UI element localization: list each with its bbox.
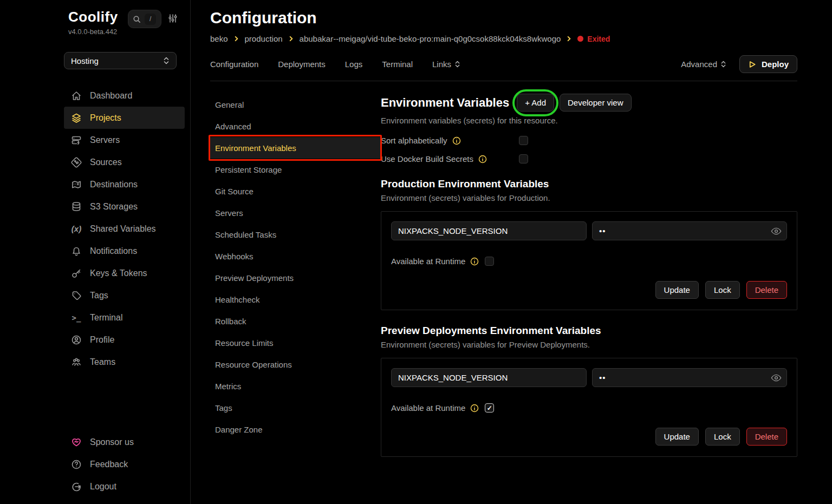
- subnav-item-resource-operations[interactable]: Resource Operations: [210, 354, 381, 375]
- subnav-item-git-source[interactable]: Git Source: [210, 180, 381, 202]
- subnav-item-servers[interactable]: Servers: [210, 202, 381, 224]
- search-hotkey: /: [145, 14, 156, 25]
- sidebar-item-notifications[interactable]: Notifications: [64, 240, 185, 262]
- deploy-button[interactable]: Deploy: [739, 55, 797, 73]
- sidebar-item-sponsor[interactable]: Sponsor us: [64, 431, 185, 453]
- sidebar-item-label: Terminal: [90, 313, 122, 323]
- sidebar-item-logout[interactable]: Logout: [64, 475, 185, 498]
- subnav-item-danger-zone[interactable]: Danger Zone: [210, 418, 381, 440]
- reveal-value-button[interactable]: [771, 374, 782, 382]
- toggle-label-wrap: Use Docker Build Secrets: [381, 154, 519, 163]
- lock-button[interactable]: Lock: [705, 281, 740, 299]
- help-circle-icon: [70, 459, 82, 470]
- runtime-checkbox[interactable]: [485, 257, 494, 266]
- tab-logs[interactable]: Logs: [345, 60, 363, 69]
- logo-block: Coolify v4.0.0-beta.442: [68, 9, 118, 36]
- var-value-input[interactable]: [592, 368, 787, 387]
- sidebar-item-s3-storages[interactable]: S3 Storages: [64, 195, 185, 218]
- search-icon: [133, 15, 141, 23]
- update-button[interactable]: Update: [655, 281, 699, 299]
- card-actions: Update Lock Delete: [391, 428, 787, 446]
- server-icon: [70, 134, 82, 146]
- subnav-item-general[interactable]: General: [210, 94, 381, 115]
- sidebar-item-projects[interactable]: Projects: [64, 107, 185, 129]
- runtime-label: Available at Runtime: [391, 257, 465, 266]
- sidebar-item-destinations[interactable]: Destinations: [64, 173, 185, 195]
- subnav-item-scheduled-tasks[interactable]: Scheduled Tasks: [210, 224, 381, 245]
- subnav-item-environment-variables[interactable]: Environment Variables: [210, 137, 381, 159]
- section-subtitle: Environment (secrets) variables for Prod…: [381, 193, 797, 202]
- delete-button[interactable]: Delete: [746, 281, 787, 299]
- sort-alphabetically-checkbox[interactable]: [519, 136, 528, 145]
- var-value-wrap: [592, 221, 787, 240]
- status-badge: Exited: [577, 35, 610, 43]
- developer-view-button[interactable]: Developer view: [560, 94, 632, 112]
- sidebar-item-keys-tokens[interactable]: Keys & Tokens: [64, 262, 185, 284]
- logout-icon: [70, 481, 82, 493]
- tab-deployments[interactable]: Deployments: [278, 60, 326, 69]
- var-value-input[interactable]: [592, 221, 787, 240]
- subnav-item-advanced[interactable]: Advanced: [210, 115, 381, 137]
- search-button[interactable]: /: [128, 10, 161, 28]
- toggle-docker-build-secrets: Use Docker Build Secrets: [381, 154, 797, 163]
- var-value-wrap: [592, 368, 787, 387]
- var-name-input[interactable]: [391, 221, 587, 240]
- subnav-item-preview-deployments[interactable]: Preview Deployments: [210, 267, 381, 289]
- var-name-input[interactable]: [391, 368, 587, 387]
- chevron-right-icon: [288, 35, 295, 42]
- config-subnav: General Advanced Environment Variables P…: [210, 94, 381, 457]
- advanced-label: Advanced: [681, 60, 717, 69]
- app-logo[interactable]: Coolify: [68, 9, 118, 25]
- breadcrumb-resource[interactable]: abubakar--meigag/vid-tube-beko-pro:main-…: [300, 34, 561, 43]
- sidebar-header: Coolify v4.0.0-beta.442 /: [64, 9, 185, 36]
- sidebar-item-terminal[interactable]: >_ Terminal: [64, 306, 185, 329]
- tab-links[interactable]: Links: [432, 60, 460, 69]
- git-fork-icon: [70, 156, 82, 168]
- terminal-icon: >_: [70, 312, 82, 324]
- subnav-item-resource-limits[interactable]: Resource Limits: [210, 332, 381, 354]
- advanced-dropdown[interactable]: Advanced: [681, 60, 726, 69]
- sidebar-item-profile[interactable]: Profile: [64, 329, 185, 351]
- team-select[interactable]: Hosting: [64, 52, 177, 69]
- breadcrumb-team[interactable]: beko: [210, 34, 228, 43]
- sidebar-item-dashboard[interactable]: Dashboard: [64, 84, 185, 107]
- sidebar-item-tags[interactable]: Tags: [64, 284, 185, 306]
- subnav-item-tags[interactable]: Tags: [210, 397, 381, 418]
- sidebar-item-feedback[interactable]: Feedback: [64, 453, 185, 475]
- content-area: General Advanced Environment Variables P…: [210, 94, 797, 457]
- runtime-label: Available at Runtime: [391, 403, 465, 413]
- status-dot-icon: [577, 36, 583, 42]
- production-section-head: Production Environment Variables Environ…: [381, 178, 797, 202]
- sliders-icon: [168, 14, 178, 23]
- subnav-item-webhooks[interactable]: Webhooks: [210, 245, 381, 267]
- section-subtitle: Environment (secrets) variables for Prev…: [381, 340, 797, 349]
- sidebar-item-sources[interactable]: Sources: [64, 151, 185, 173]
- subnav-item-persistent-storage[interactable]: Persistent Storage: [210, 159, 381, 180]
- sidebar-item-label: Keys & Tokens: [90, 269, 147, 278]
- eye-icon: [771, 374, 782, 382]
- info-icon: [452, 136, 461, 145]
- lock-button[interactable]: Lock: [705, 428, 740, 446]
- delete-button[interactable]: Delete: [746, 428, 787, 446]
- add-button[interactable]: + Add: [517, 94, 554, 112]
- team-select-value: Hosting: [71, 56, 99, 66]
- app-root: Coolify v4.0.0-beta.442 / Hosting: [0, 0, 832, 504]
- subnav-item-rollback[interactable]: Rollback: [210, 310, 381, 332]
- sidebar-item-servers[interactable]: Servers: [64, 129, 185, 151]
- sidebar-item-label: Sources: [90, 158, 122, 167]
- runtime-checkbox[interactable]: [485, 403, 494, 413]
- chevron-updown-icon: [163, 57, 170, 64]
- sidebar-item-shared-variables[interactable]: (x) Shared Variables: [64, 218, 185, 240]
- add-button-wrap: + Add: [517, 94, 554, 112]
- subnav-item-metrics[interactable]: Metrics: [210, 375, 381, 397]
- tab-terminal[interactable]: Terminal: [382, 60, 413, 69]
- tab-configuration[interactable]: Configuration: [210, 60, 258, 69]
- breadcrumb-environment[interactable]: production: [245, 34, 283, 43]
- sidebar-item-teams[interactable]: Teams: [64, 351, 185, 373]
- command-palette-button[interactable]: [168, 14, 178, 23]
- update-button[interactable]: Update: [655, 428, 699, 446]
- docker-build-secrets-checkbox[interactable]: [519, 154, 528, 163]
- users-icon: [70, 356, 82, 368]
- reveal-value-button[interactable]: [771, 227, 782, 235]
- subnav-item-healthcheck[interactable]: Healthcheck: [210, 289, 381, 310]
